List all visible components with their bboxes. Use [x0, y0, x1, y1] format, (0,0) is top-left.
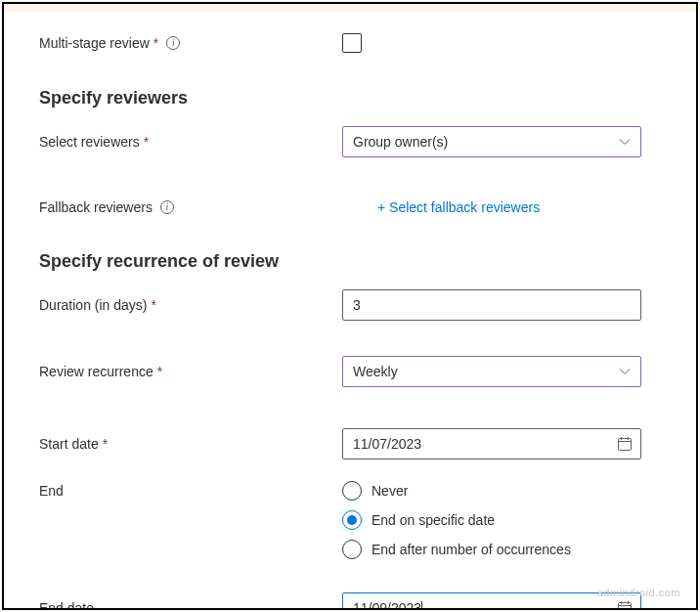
- radio-icon: [342, 510, 362, 530]
- select-reviewers-label: Select reviewers: [39, 134, 140, 150]
- calendar-icon[interactable]: [617, 436, 633, 452]
- end-option-specific-date[interactable]: End on specific date: [342, 510, 661, 530]
- section-title-reviewers: Specify reviewers: [39, 88, 661, 109]
- svg-rect-0: [619, 439, 632, 451]
- required-asterisk: *: [157, 364, 162, 379]
- section-title-recurrence: Specify recurrence of review: [39, 251, 661, 272]
- end-radio-group: Never End on specific date End after num…: [342, 481, 661, 559]
- info-icon[interactable]: i: [160, 200, 174, 214]
- radio-label: Never: [372, 483, 408, 499]
- duration-input[interactable]: [342, 289, 641, 321]
- start-date-input[interactable]: [353, 436, 617, 452]
- multi-stage-label: Multi-stage review: [39, 35, 150, 51]
- start-date-label: Start date: [39, 436, 99, 452]
- info-icon[interactable]: i: [166, 36, 180, 50]
- radio-label: End on specific date: [372, 512, 495, 528]
- recurrence-value: Weekly: [353, 364, 398, 379]
- select-reviewers-value: Group owner(s): [353, 134, 448, 150]
- calendar-icon[interactable]: [617, 600, 633, 610]
- duration-label: Duration (in days): [39, 297, 148, 313]
- end-option-never[interactable]: Never: [342, 481, 661, 501]
- recurrence-label: Review recurrence: [39, 364, 153, 379]
- radio-icon: [342, 540, 362, 559]
- radio-icon: [342, 481, 362, 501]
- watermark: admindroid.com: [597, 587, 680, 598]
- select-fallback-link[interactable]: + Select fallback reviewers: [377, 199, 540, 215]
- chevron-down-icon: [619, 136, 631, 148]
- end-date-label: End date: [39, 600, 94, 610]
- multi-stage-checkbox[interactable]: [342, 33, 362, 53]
- svg-rect-4: [619, 603, 632, 611]
- required-asterisk: *: [152, 297, 156, 313]
- required-asterisk: *: [103, 436, 108, 452]
- select-reviewers-dropdown[interactable]: Group owner(s): [342, 126, 641, 157]
- start-date-field[interactable]: [342, 428, 641, 459]
- end-option-occurrences[interactable]: End after number of occurrences: [342, 540, 661, 559]
- fallback-reviewers-label: Fallback reviewers: [39, 199, 153, 215]
- required-asterisk: *: [144, 134, 149, 150]
- text-cursor: [421, 601, 422, 610]
- chevron-down-icon: [619, 366, 631, 377]
- end-date-value[interactable]: 11/09/2023: [353, 600, 421, 610]
- end-label: End: [39, 483, 64, 499]
- required-asterisk: *: [153, 35, 158, 51]
- recurrence-dropdown[interactable]: Weekly: [342, 356, 641, 387]
- radio-label: End after number of occurrences: [372, 542, 571, 557]
